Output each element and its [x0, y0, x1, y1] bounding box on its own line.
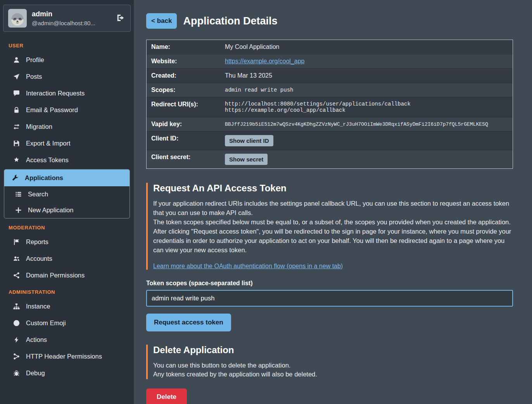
detail-value-created: Thu Mar 13 2025 — [220, 69, 513, 83]
delete-section-paragraph: You can use this button to delete the ap… — [153, 361, 513, 370]
sidebar-item-posts[interactable]: Posts — [0, 68, 134, 85]
detail-label: Client secret: — [147, 150, 220, 168]
certificate-icon — [13, 157, 20, 163]
token-section-title: Request An API Access Token — [153, 183, 513, 194]
detail-label: Name: — [147, 40, 220, 54]
table-row: Name: My Cool Application — [147, 40, 513, 54]
detail-value-name: My Cool Application — [220, 40, 513, 54]
detail-value-redirect-uris: http://localhost:8080/settings/user/appl… — [220, 97, 513, 117]
sidebar-item-profile[interactable]: Profile — [0, 52, 134, 68]
detail-value-scopes: admin read write push — [220, 83, 513, 97]
delete-section-title: Delete Application — [153, 345, 513, 355]
back-button[interactable]: < back — [146, 13, 177, 29]
user-meta: admin @admin@localhost:80... — [32, 10, 111, 26]
table-row: Scopes: admin read write push — [147, 83, 513, 97]
detail-label: Website: — [147, 54, 220, 68]
bug-icon — [13, 370, 20, 376]
show-secret-button[interactable]: Show secret — [225, 154, 268, 165]
sidebar-item-custom-emoji[interactable]: Custom Emoji — [0, 315, 134, 331]
sidebar-item-label: HTTP Header Permissions — [26, 353, 102, 360]
sidebar-item-applications-search[interactable]: Search — [4, 186, 130, 202]
sidebar-item-label: Posts — [26, 73, 42, 80]
token-section: Request An API Access Token If your appl… — [146, 183, 513, 270]
users-icon — [13, 255, 20, 262]
table-row: Vapid key: BBJffJ219b5iE512m7wQSzv4KgKDh… — [147, 117, 513, 132]
sidebar-group-applications: Applications Search New Application — [4, 169, 130, 218]
sidebar-item-domain-permissions[interactable]: Domain Permissions — [0, 267, 134, 284]
sidebar-item-label: Interaction Requests — [26, 90, 85, 97]
sidebar-item-label: Applications — [25, 174, 63, 182]
show-client-id-button[interactable]: Show client ID — [225, 135, 273, 146]
page-header: < back Application Details — [146, 13, 513, 29]
token-section-paragraph: After clicking "Request access token", y… — [153, 227, 513, 255]
detail-value-vapid-key: BBJffJ219b5iE512m7wQSzv4KgKDhgZZVzNyWC_r… — [220, 117, 513, 131]
tools-icon — [12, 175, 19, 181]
save-icon — [13, 140, 20, 147]
token-scopes-label: Token scopes (space-separated list) — [146, 280, 513, 287]
table-row: Redirect URI(s): http://localhost:8080/s… — [147, 97, 513, 117]
network-icon — [13, 353, 20, 360]
sidebar-item-label: Access Tokens — [26, 156, 69, 164]
exchange-icon — [13, 123, 20, 130]
request-access-token-button[interactable]: Request access token — [146, 314, 231, 331]
paper-plane-icon — [13, 73, 20, 80]
sidebar-item-interaction-requests[interactable]: Interaction Requests — [0, 85, 134, 102]
sidebar-item-label: Email & Password — [26, 106, 78, 114]
page-title: Application Details — [183, 15, 277, 27]
sitemap-icon — [13, 303, 20, 310]
section-header-moderation: MODERATION — [0, 219, 134, 234]
sidebar-item-applications[interactable]: Applications — [4, 170, 130, 186]
oauth-docs-link[interactable]: Learn more about the OAuth authenticatio… — [153, 263, 343, 270]
sidebar: admin @admin@localhost:80... USER Profil… — [0, 0, 134, 404]
detail-label: Created: — [147, 69, 220, 83]
user-icon — [13, 57, 20, 63]
sign-out-icon[interactable] — [116, 14, 126, 23]
section-header-administration: ADMINISTRATION — [0, 284, 134, 298]
table-row: Website: https://example.org/cool_app — [147, 54, 513, 69]
sidebar-item-reports[interactable]: Reports — [0, 234, 134, 250]
sidebar-item-label: Search — [28, 191, 48, 198]
sidebar-item-label: Custom Emoji — [26, 319, 66, 327]
table-row: Client secret: Show secret — [147, 150, 513, 168]
detail-label: Vapid key: — [147, 117, 220, 131]
list-icon — [15, 191, 22, 198]
delete-section: Delete Application You can use this butt… — [146, 345, 513, 380]
user-handle: @admin@localhost:80... — [32, 20, 111, 26]
sidebar-item-accounts[interactable]: Accounts — [0, 250, 134, 267]
sidebar-item-export-import[interactable]: Export & Import — [0, 135, 134, 152]
application-details-table: Name: My Cool Application Website: https… — [146, 40, 513, 169]
sidebar-item-access-tokens[interactable]: Access Tokens — [0, 152, 134, 168]
sidebar-item-label: Reports — [26, 238, 48, 246]
main-panel: < back Application Details Name: My Cool… — [134, 0, 532, 404]
sidebar-item-new-application[interactable]: New Application — [4, 202, 130, 218]
share-nodes-icon — [13, 272, 20, 279]
token-scopes-input[interactable] — [146, 290, 513, 307]
token-section-paragraph: If your application redirect URIs includ… — [153, 199, 513, 218]
sidebar-item-label: Actions — [26, 336, 47, 343]
sidebar-item-http-header-permissions[interactable]: HTTP Header Permissions — [0, 348, 134, 365]
section-header-user: USER — [0, 37, 134, 52]
delete-section-paragraph: Any tokens created by the application wi… — [153, 370, 513, 379]
flag-icon — [13, 239, 20, 245]
sidebar-item-migration[interactable]: Migration — [0, 118, 134, 135]
token-section-paragraph: The token scopes specified below must be… — [153, 218, 513, 227]
sidebar-item-email-password[interactable]: Email & Password — [0, 102, 134, 118]
delete-button[interactable]: Delete — [146, 388, 187, 404]
sidebar-item-actions[interactable]: Actions — [0, 331, 134, 348]
comment-icon — [13, 90, 20, 97]
sidebar-item-label: Domain Permissions — [26, 272, 85, 279]
bolt-icon — [13, 336, 20, 343]
sidebar-item-debug[interactable]: Debug — [0, 365, 134, 381]
sidebar-item-instance[interactable]: Instance — [0, 298, 134, 315]
website-link[interactable]: https://example.org/cool_app — [225, 58, 304, 65]
detail-label: Scopes: — [147, 83, 220, 97]
user-card[interactable]: admin @admin@localhost:80... — [3, 5, 131, 32]
lock-icon — [13, 107, 20, 113]
detail-label: Client ID: — [147, 132, 220, 150]
avatar — [8, 9, 27, 28]
sidebar-item-label: Accounts — [26, 255, 52, 262]
user-name: admin — [32, 10, 111, 18]
sidebar-item-label: Export & Import — [26, 140, 71, 147]
table-row: Client ID: Show client ID — [147, 132, 513, 150]
sidebar-item-label: Debug — [26, 369, 45, 377]
